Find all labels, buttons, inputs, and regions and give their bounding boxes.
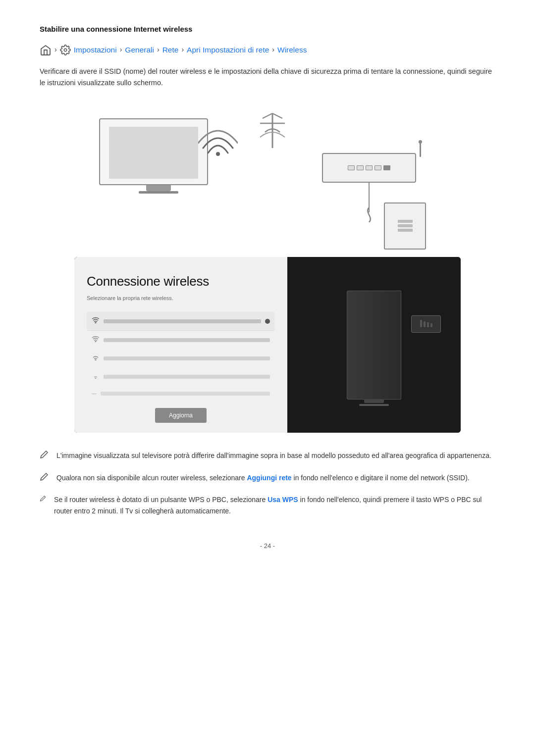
wifi-icon-3 (92, 353, 100, 363)
page-number: - 24 - (40, 541, 495, 551)
wifi-item-5[interactable]: — (87, 386, 275, 401)
breadcrumb-sep-3: › (181, 45, 184, 55)
tv-side-stand (364, 399, 384, 403)
wifi-item-1[interactable] (87, 312, 275, 331)
modem-port-2 (398, 224, 413, 227)
svg-point-7 (95, 341, 97, 343)
notes-section: L'immagine visualizzata sul televisore p… (40, 450, 495, 516)
page-title: Stabilire una connessione Internet wirel… (40, 24, 495, 35)
usa-wps-link[interactable]: Usa WPS (268, 496, 298, 504)
tv-screen (109, 127, 198, 179)
wifi-selected-dot (265, 319, 270, 324)
svg-point-1 (216, 152, 220, 156)
ui-panel: Connessione wireless Selezionare la prop… (74, 257, 461, 433)
breadcrumb-sep-4: › (272, 45, 274, 55)
breadcrumb-impostazioni[interactable]: Impostazioni (74, 44, 117, 55)
tv-side-view (347, 291, 401, 400)
tv-base (139, 191, 178, 194)
modem-diagram (384, 202, 426, 250)
connection-title: Connessione wireless (87, 272, 275, 291)
wifi-ssid-5 (101, 392, 270, 396)
note-2: Qualora non sia disponibile alcun router… (40, 472, 495, 483)
router-port-3 (366, 165, 373, 170)
router-port-5 (383, 165, 390, 170)
tv-side-container (347, 291, 401, 400)
intro-text: Verificare di avere il SSID (nome) del r… (40, 66, 495, 89)
svg-line-5 (272, 113, 282, 118)
router-antenna (420, 142, 421, 157)
update-btn-area: Aggiorna (87, 408, 275, 423)
breadcrumb-sep-1: › (120, 45, 122, 55)
wifi-item-3[interactable] (87, 349, 275, 367)
home-icon (40, 44, 52, 56)
router-port-2 (357, 165, 364, 170)
wifi-icon-4 (92, 371, 100, 382)
modem-port-1 (398, 220, 413, 223)
wifi-ssid-1 (104, 319, 261, 323)
modem-port-3 (398, 229, 413, 232)
gear-icon (60, 45, 71, 55)
tv-stand (146, 185, 171, 191)
svg-point-6 (95, 322, 97, 324)
pencil-icon-3 (40, 494, 46, 503)
wifi-icon-5: — (92, 390, 97, 397)
router-port-4 (374, 165, 381, 170)
wifi-item-4[interactable] (87, 367, 275, 386)
tv-side-base (359, 404, 389, 406)
wifi-icon-1 (92, 316, 100, 326)
wifi-item-2[interactable] (87, 331, 275, 349)
note-text-2: Qualora non sia disponibile alcun router… (56, 472, 470, 483)
wifi-list: — (87, 312, 275, 401)
antenna-icon (253, 108, 292, 161)
wifi-ssid-3 (104, 356, 270, 360)
wifi-icon-2 (92, 335, 100, 345)
wifi-ssid-4 (104, 375, 270, 379)
breadcrumb-sep-2: › (157, 45, 160, 55)
breadcrumb-rete[interactable]: Rete (162, 44, 179, 55)
note-3: Se il router wireless è dotato di un pul… (40, 494, 495, 516)
breadcrumb-generali[interactable]: Generali (125, 44, 154, 55)
ui-panel-section: Connessione wireless Selezionare la prop… (40, 257, 495, 433)
svg-point-8 (95, 359, 97, 361)
diagram-section (40, 103, 495, 242)
breadcrumb: › Impostazioni › Generali › Rete › Apri … (40, 44, 495, 56)
breadcrumb-sep-0: › (54, 45, 57, 55)
breadcrumb-apri[interactable]: Apri Impostazioni di rete (187, 44, 269, 55)
wifi-waves (198, 113, 238, 162)
pencil-icon-1 (40, 450, 49, 459)
tv-side-panel (287, 257, 461, 433)
router-port-1 (348, 165, 355, 170)
wifi-ssid-2 (104, 338, 270, 342)
svg-point-0 (64, 49, 67, 51)
pencil-icon-2 (40, 472, 49, 481)
note-1: L'immagine visualizzata sul televisore p… (40, 450, 495, 461)
aggiungi-rete-link[interactable]: Aggiungi rete (247, 474, 291, 482)
small-router-icon (411, 315, 441, 333)
breadcrumb-wireless[interactable]: Wireless (277, 44, 307, 55)
tv-body (99, 118, 208, 185)
connection-subtitle: Selezionare la propria rete wireless. (87, 294, 275, 302)
note-text-3: Se il router wireless è dotato di un pul… (54, 494, 495, 516)
connection-panel: Connessione wireless Selezionare la prop… (74, 257, 287, 433)
svg-line-4 (263, 113, 272, 118)
update-button[interactable]: Aggiorna (155, 408, 207, 423)
diagram-container (99, 103, 436, 237)
svg-point-9 (95, 378, 97, 379)
note-text-1: L'immagine visualizzata sul televisore p… (56, 450, 491, 461)
router-box (322, 153, 416, 183)
